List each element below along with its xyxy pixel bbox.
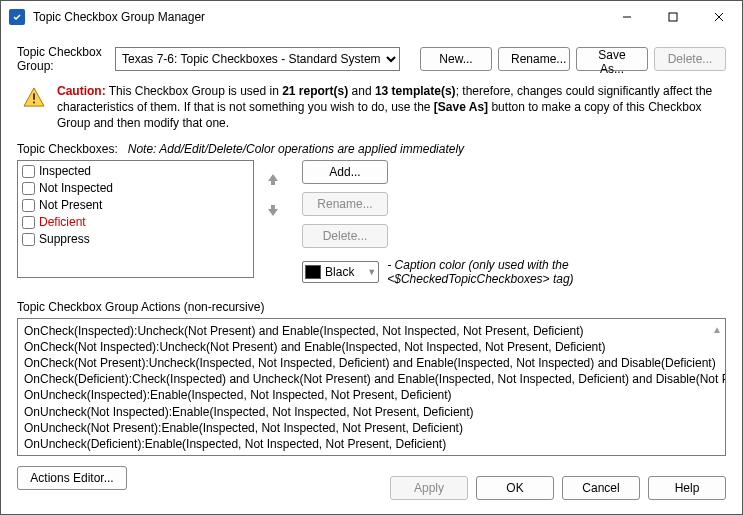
color-name: Black bbox=[325, 265, 367, 279]
new-button[interactable]: New... bbox=[420, 47, 492, 71]
window: Topic Checkbox Group Manager Topic Check… bbox=[0, 0, 743, 515]
color-select[interactable]: Black ▼ bbox=[302, 261, 379, 283]
action-line: OnUncheck(Not Present):Enable(Inspected,… bbox=[24, 420, 719, 436]
action-line: OnCheck(Not Inspected):Uncheck(Not Prese… bbox=[24, 339, 719, 355]
list-item[interactable]: Inspected bbox=[22, 163, 249, 180]
group-select[interactable]: Texas 7-6: Topic Checkboxes - Standard S… bbox=[115, 47, 400, 71]
list-item-label: Inspected bbox=[39, 164, 91, 178]
action-line: OnUncheck(Inspected):Enable(Inspected, N… bbox=[24, 387, 719, 403]
app-icon bbox=[9, 9, 25, 25]
action-line: OnUncheck(Not Inspected):Enable(Inspecte… bbox=[24, 404, 719, 420]
close-button[interactable] bbox=[696, 1, 742, 33]
checkbox-icon[interactable] bbox=[22, 216, 35, 229]
maximize-button[interactable] bbox=[650, 1, 696, 33]
svg-rect-2 bbox=[669, 13, 677, 21]
list-item[interactable]: Not Present bbox=[22, 197, 249, 214]
minimize-button[interactable] bbox=[604, 1, 650, 33]
svg-rect-5 bbox=[33, 93, 35, 99]
actions-label: Topic Checkbox Group Actions (non-recurs… bbox=[17, 300, 726, 314]
action-line: OnCheck(Not Present):Uncheck(Inspected, … bbox=[24, 355, 719, 371]
delete-checkbox-button: Delete... bbox=[302, 224, 388, 248]
caution-text: Caution: This Checkbox Group is used in … bbox=[57, 83, 726, 132]
save-as-button[interactable]: Save As... bbox=[576, 47, 648, 71]
list-item[interactable]: Not Inspected bbox=[22, 180, 249, 197]
checkbox-icon[interactable] bbox=[22, 233, 35, 246]
warning-icon bbox=[21, 83, 47, 109]
rename-checkbox-button: Rename... bbox=[302, 192, 388, 216]
list-item-label: Not Present bbox=[39, 198, 102, 212]
group-selector-row: Topic Checkbox Group: Texas 7-6: Topic C… bbox=[17, 45, 726, 73]
cancel-button[interactable]: Cancel bbox=[562, 476, 640, 500]
checkboxes-note: Note: Add/Edit/Delete/Color operations a… bbox=[128, 142, 464, 156]
action-line: OnUncheck(Deficient):Enable(Inspected, N… bbox=[24, 436, 719, 452]
color-row: Black ▼ - Caption color (only used with … bbox=[302, 258, 726, 286]
list-item-label: Suppress bbox=[39, 232, 90, 246]
color-caption-note: - Caption color (only used with the <$Ch… bbox=[387, 258, 726, 286]
window-controls bbox=[604, 1, 742, 33]
checkbox-right-panel: Add... Rename... Delete... Black ▼ - Cap… bbox=[302, 160, 726, 286]
checkbox-side-buttons: Add... Rename... Delete... bbox=[302, 160, 726, 248]
content-area: Topic Checkbox Group: Texas 7-6: Topic C… bbox=[1, 33, 742, 500]
apply-button: Apply bbox=[390, 476, 468, 500]
checkboxes-label: Topic Checkboxes: bbox=[17, 142, 118, 156]
caution-box: Caution: This Checkbox Group is used in … bbox=[17, 81, 726, 142]
checkbox-icon[interactable] bbox=[22, 165, 35, 178]
list-item[interactable]: Suppress bbox=[22, 231, 249, 248]
reorder-controls bbox=[260, 160, 286, 222]
group-label: Topic Checkbox Group: bbox=[17, 45, 109, 73]
delete-group-button: Delete... bbox=[654, 47, 726, 71]
scroll-up-icon: ▲ bbox=[712, 323, 722, 337]
color-swatch-icon bbox=[305, 265, 321, 279]
footer-buttons: Apply OK Cancel Help bbox=[1, 466, 742, 514]
chevron-down-icon: ▼ bbox=[367, 267, 376, 277]
window-title: Topic Checkbox Group Manager bbox=[33, 10, 205, 24]
rename-group-button[interactable]: Rename... bbox=[498, 47, 570, 71]
checkbox-list[interactable]: InspectedNot InspectedNot PresentDeficie… bbox=[17, 160, 254, 278]
actions-list[interactable]: ▲ OnCheck(Inspected):Uncheck(Not Present… bbox=[17, 318, 726, 456]
checkbox-icon[interactable] bbox=[22, 199, 35, 212]
help-button[interactable]: Help bbox=[648, 476, 726, 500]
list-item[interactable]: Deficient bbox=[22, 214, 249, 231]
checkbox-area: InspectedNot InspectedNot PresentDeficie… bbox=[17, 160, 726, 286]
checkbox-icon[interactable] bbox=[22, 182, 35, 195]
checkboxes-header-row: Topic Checkboxes: Note: Add/Edit/Delete/… bbox=[17, 142, 726, 156]
svg-rect-6 bbox=[33, 102, 35, 104]
ok-button[interactable]: OK bbox=[476, 476, 554, 500]
title-bar: Topic Checkbox Group Manager bbox=[1, 1, 742, 33]
action-line: OnCheck(Deficient):Check(Inspected) and … bbox=[24, 371, 719, 387]
list-item-label: Deficient bbox=[39, 215, 86, 229]
list-item-label: Not Inspected bbox=[39, 181, 113, 195]
action-line: OnCheck(Inspected):Uncheck(Not Present) … bbox=[24, 323, 719, 339]
caution-prefix: Caution: bbox=[57, 84, 106, 98]
move-up-button[interactable] bbox=[262, 168, 284, 190]
move-down-button[interactable] bbox=[262, 200, 284, 222]
add-checkbox-button[interactable]: Add... bbox=[302, 160, 388, 184]
